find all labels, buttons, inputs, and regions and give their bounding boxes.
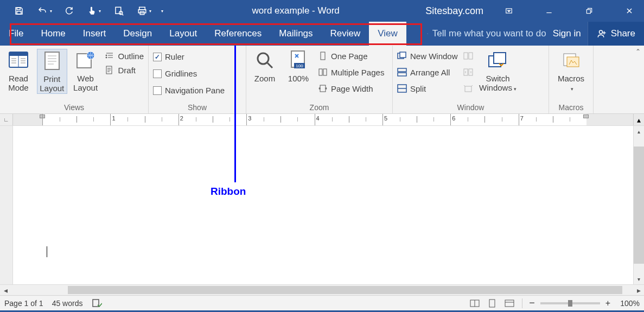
switch-windows-button[interactable]: Switch Windows▾	[477, 49, 519, 93]
magnifier-icon	[254, 49, 276, 72]
tell-me-search[interactable]: Tell me what you want to do	[427, 28, 546, 39]
read-mode-button[interactable]: Read Mode	[3, 49, 34, 93]
svg-text:100: 100	[296, 63, 303, 68]
one-page-button[interactable]: One Page	[317, 50, 385, 62]
outline-button[interactable]: Outline	[104, 50, 145, 62]
hscroll-left-button[interactable]: ◂	[0, 285, 11, 295]
outline-icon	[105, 51, 114, 61]
close-button[interactable]	[615, 0, 644, 22]
view-side-by-side-button[interactable]	[462, 50, 474, 62]
touch-mode-button[interactable]: ▾	[81, 0, 106, 22]
new-window-button[interactable]: New Window	[396, 50, 459, 62]
print-layout-view-button[interactable]	[486, 298, 498, 308]
svg-rect-9	[586, 10, 590, 14]
zoom-in-button[interactable]: +	[605, 298, 610, 308]
page-indicator[interactable]: Page 1 of 1	[4, 299, 43, 308]
split-icon	[397, 84, 407, 93]
text-cursor	[47, 246, 47, 257]
document-area: Ribbon ▴ ▾	[0, 126, 644, 284]
spellcheck-button[interactable]	[91, 298, 103, 308]
zoom-out-button[interactable]: −	[529, 297, 535, 309]
tab-view[interactable]: View	[369, 22, 406, 46]
web-layout-button[interactable]: Web Layout	[71, 49, 101, 93]
tab-design[interactable]: Design	[114, 22, 161, 46]
word-count[interactable]: 45 words	[52, 299, 83, 308]
zoom-100-button[interactable]: 100 100%	[283, 49, 314, 83]
svg-rect-55	[464, 53, 468, 59]
horizontal-ruler[interactable]: ∟ 1 2 3 4 5 6 7 ▴	[0, 114, 644, 126]
ruler-num-3: 3	[248, 115, 251, 122]
tab-mailings[interactable]: Mailings	[270, 22, 321, 46]
redo-button[interactable]	[56, 0, 81, 22]
ruler-scroll-up[interactable]: ▴	[633, 114, 644, 125]
group-show-label: Show	[149, 101, 246, 113]
split-button[interactable]: Split	[396, 82, 459, 94]
tab-insert[interactable]: Insert	[74, 22, 115, 46]
tab-file[interactable]: File	[0, 22, 32, 46]
scroll-thumb[interactable]	[634, 147, 644, 264]
arrange-all-icon	[397, 67, 407, 77]
scroll-down-button[interactable]: ▾	[634, 273, 644, 284]
hscroll-thumb[interactable]	[68, 286, 622, 294]
restore-button[interactable]	[575, 0, 604, 22]
reset-window-button[interactable]	[462, 82, 474, 94]
ruler-num-7: 7	[520, 115, 524, 122]
group-window: New Window Arrange All Split	[393, 46, 549, 113]
web-layout-view-button[interactable]	[503, 298, 515, 308]
page-width-button[interactable]: Page Width	[317, 82, 385, 94]
svg-rect-2	[116, 7, 121, 14]
arrange-all-button[interactable]: Arrange All	[396, 66, 459, 78]
read-mode-view-button[interactable]	[469, 298, 481, 308]
zoom-slider[interactable]	[540, 302, 600, 304]
tab-references[interactable]: References	[206, 22, 270, 46]
print-layout-label: Print Layout	[39, 74, 66, 93]
minimize-button[interactable]	[534, 0, 564, 22]
svg-rect-24	[45, 52, 59, 69]
switch-windows-label: Switch Windows▾	[479, 74, 518, 93]
side-by-side-icon	[463, 51, 473, 61]
group-macros: Macros▾ Macros	[549, 46, 594, 113]
print-preview-button[interactable]	[106, 0, 131, 22]
svg-rect-63	[567, 57, 579, 67]
new-window-label: New Window	[410, 52, 458, 61]
scroll-up-button[interactable]: ▴	[634, 126, 644, 137]
multiple-pages-button[interactable]: Multiple Pages	[317, 66, 385, 78]
save-button[interactable]	[7, 0, 31, 22]
qat-customize-button[interactable]: ▾	[156, 0, 166, 22]
sign-in-link[interactable]: Sign in	[546, 28, 588, 39]
svg-line-41	[267, 63, 272, 68]
hscroll-right-button[interactable]: ▸	[633, 285, 644, 295]
quick-print-button[interactable]: ▾	[131, 0, 156, 22]
svg-rect-67	[489, 300, 495, 307]
checkbox-icon: ✓	[153, 53, 162, 61]
ruler-num-2: 2	[180, 115, 183, 122]
print-layout-button[interactable]: Print Layout	[37, 49, 67, 94]
ruler-checkbox[interactable]: ✓ Ruler	[152, 51, 226, 62]
navigation-pane-checkbox[interactable]: Navigation Pane	[152, 85, 226, 96]
ruler-num-4: 4	[316, 115, 320, 122]
undo-button[interactable]: ▾	[31, 0, 56, 22]
tab-review[interactable]: Review	[322, 22, 369, 46]
sync-scrolling-button[interactable]	[462, 66, 474, 78]
draft-button[interactable]: Draft	[104, 64, 145, 76]
share-button[interactable]: Share	[588, 22, 644, 46]
tab-home[interactable]: Home	[32, 22, 74, 46]
tab-selector[interactable]: ∟	[0, 114, 13, 125]
zoom-slider-knob[interactable]	[568, 300, 572, 307]
zoom-button[interactable]: Zoom	[250, 49, 280, 83]
horizontal-scrollbar[interactable]: ◂ ▸	[0, 284, 644, 295]
tab-layout[interactable]: Layout	[161, 22, 206, 46]
one-page-label: One Page	[331, 52, 368, 61]
ribbon-display-options-button[interactable]	[494, 0, 524, 22]
zoom-percent[interactable]: 100%	[616, 299, 640, 308]
vertical-scrollbar[interactable]: ▴ ▾	[633, 126, 644, 284]
vertical-ruler[interactable]	[0, 126, 13, 284]
macros-button[interactable]: Macros▾	[554, 49, 589, 93]
document-page[interactable]	[13, 126, 633, 284]
svg-point-35	[106, 57, 107, 58]
print-layout-icon	[41, 49, 63, 72]
svg-rect-59	[465, 86, 471, 92]
gridlines-checkbox[interactable]: Gridlines	[152, 68, 226, 79]
collapse-ribbon-button[interactable]: ⌃	[635, 48, 641, 55]
ribbon-tabbar: File Home Insert Design Layout Reference…	[0, 22, 644, 46]
